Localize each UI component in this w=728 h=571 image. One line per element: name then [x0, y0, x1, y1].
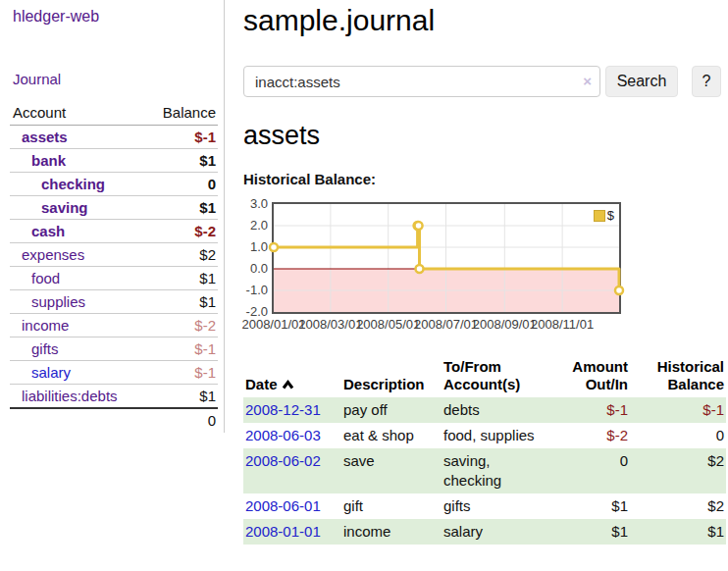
account-balance: $1: [147, 149, 218, 173]
y-axis-tick-label: 2.0: [234, 218, 268, 234]
column-header-description: Description: [341, 356, 442, 397]
transaction-amount: 0: [546, 448, 630, 493]
account-link-expenses[interactable]: expenses: [12, 246, 84, 263]
page-title: sample.journal: [243, 4, 728, 37]
account-row: income$-2: [10, 314, 218, 337]
sidebar: hledger-web Journal Account Balance asse…: [0, 0, 225, 433]
accounts-header-account: Account: [10, 101, 147, 126]
chart-x-axis: 2008/01/012008/03/012008/05/012008/07/01…: [272, 317, 621, 333]
app-title-link[interactable]: hledger-web: [13, 8, 224, 26]
historical-balance-chart[interactable]: $ 2008/01/012008/03/012008/05/012008/07/…: [272, 202, 621, 333]
transaction-accounts: saving, checking: [442, 448, 546, 493]
accounts-total-row: 0: [10, 408, 218, 432]
account-row: salary$-1: [10, 361, 218, 385]
account-balance: $-1: [147, 126, 218, 149]
accounts-table: Account Balance assets$-1bank$1checking0…: [10, 101, 218, 432]
account-link-checking[interactable]: checking: [12, 176, 105, 192]
account-balance: 0: [147, 173, 218, 196]
main-content: sample.journal × Search ? assets Histori…: [243, 0, 728, 545]
account-row: assets$-1: [10, 126, 218, 149]
transaction-accounts: debts: [442, 397, 546, 423]
transaction-date-link[interactable]: 2008-06-03: [245, 427, 321, 443]
transaction-balance: $2: [630, 448, 726, 493]
transaction-date-link[interactable]: 2008-06-01: [245, 497, 321, 514]
account-balance: $-2: [147, 314, 218, 337]
y-axis-tick-label: -1.0: [234, 283, 268, 298]
account-heading: assets: [243, 121, 728, 151]
transaction-amount: $1: [546, 493, 630, 519]
account-link-liabilities-debts[interactable]: liabilities:debts: [12, 388, 118, 404]
column-header-date[interactable]: Date: [243, 356, 341, 397]
account-link-cash[interactable]: cash: [12, 223, 65, 239]
x-axis-tick-label: 2008/11/01: [528, 317, 597, 332]
account-link-food[interactable]: food: [12, 270, 60, 286]
nav-journal-link[interactable]: Journal: [13, 71, 224, 87]
transaction-row: 2008-12-31pay offdebts$-1$-1: [243, 397, 726, 423]
chart-legend: $: [592, 207, 616, 224]
transaction-row: 2008-06-03eat & shopfood, supplies$-20: [243, 423, 726, 448]
account-link-assets[interactable]: assets: [12, 129, 68, 145]
chart-plot-area[interactable]: $: [272, 202, 621, 314]
account-row: saving$1: [10, 196, 218, 220]
transaction-row: 2008-06-01giftgifts$1$2: [243, 493, 726, 519]
y-axis-tick-label: 0.0: [234, 261, 268, 277]
account-row: checking0: [10, 173, 218, 196]
transaction-date-link[interactable]: 2008-06-02: [245, 452, 321, 469]
transaction-accounts: food, supplies: [442, 423, 546, 448]
chart-title: Historical Balance:: [243, 171, 728, 187]
account-balance: $-1: [147, 337, 218, 361]
accounts-total-value: 0: [147, 408, 218, 432]
transaction-description: income: [341, 519, 442, 545]
y-axis-tick-label: 3.0: [234, 196, 268, 212]
transaction-balance: 0: [630, 423, 726, 448]
transaction-date-link[interactable]: 2008-12-31: [245, 401, 321, 418]
account-row: expenses$2: [10, 243, 218, 267]
legend-swatch-icon: [594, 210, 605, 222]
account-row: liabilities:debts$1: [10, 385, 218, 409]
transaction-date-link[interactable]: 2008-01-01: [245, 523, 321, 540]
account-balance: $1: [147, 267, 218, 290]
transactions-body: 2008-12-31pay offdebts$-1$-12008-06-03ea…: [243, 397, 726, 545]
search-input[interactable]: [243, 66, 600, 97]
help-button[interactable]: ?: [692, 66, 721, 97]
transaction-amount: $1: [546, 519, 630, 545]
account-row: supplies$1: [10, 290, 218, 314]
account-link-income[interactable]: income: [12, 317, 69, 334]
transaction-row: 2008-06-02savesaving, checking0$2: [243, 448, 726, 493]
column-header-accounts: To/From Account(s): [442, 356, 546, 397]
account-link-salary[interactable]: salary: [12, 364, 71, 381]
account-link-saving[interactable]: saving: [12, 199, 88, 216]
accounts-header-balance: Balance: [147, 101, 218, 126]
account-link-bank[interactable]: bank: [12, 152, 66, 169]
transaction-balance: $2: [630, 493, 726, 519]
account-balance: $1: [147, 385, 218, 409]
account-row: food$1: [10, 267, 218, 290]
clear-search-icon[interactable]: ×: [583, 72, 592, 91]
transactions-table: Date Description To/From Account(s) Amou…: [243, 356, 726, 545]
account-balance: $1: [147, 196, 218, 220]
y-axis-tick-label: 1.0: [234, 239, 268, 255]
account-link-gifts[interactable]: gifts: [12, 340, 59, 357]
transaction-row: 2008-01-01incomesalary$1$1: [243, 519, 726, 545]
account-link-supplies[interactable]: supplies: [12, 293, 85, 310]
account-row: bank$1: [10, 149, 218, 173]
transaction-amount: $-2: [546, 423, 630, 448]
transaction-description: save: [341, 448, 442, 493]
transaction-amount: $-1: [546, 397, 630, 423]
accounts-header-row: Account Balance: [10, 101, 218, 126]
account-balance: $-2: [147, 220, 218, 243]
transaction-accounts: salary: [442, 519, 546, 545]
search-form: × Search ?: [243, 66, 728, 97]
chart-svg: [274, 204, 619, 312]
sort-ascending-icon: [282, 377, 294, 394]
legend-label: $: [607, 208, 614, 223]
transaction-description: gift: [341, 493, 442, 519]
transaction-description: pay off: [341, 397, 442, 423]
transaction-accounts: gifts: [442, 493, 546, 519]
transaction-description: eat & shop: [341, 423, 442, 448]
search-button[interactable]: Search: [605, 66, 678, 97]
accounts-body: assets$-1bank$1checking0saving$1cash$-2e…: [10, 126, 218, 409]
account-balance: $-1: [147, 361, 218, 385]
transactions-header-row: Date Description To/From Account(s) Amou…: [243, 356, 726, 397]
transaction-balance: $-1: [630, 397, 726, 423]
